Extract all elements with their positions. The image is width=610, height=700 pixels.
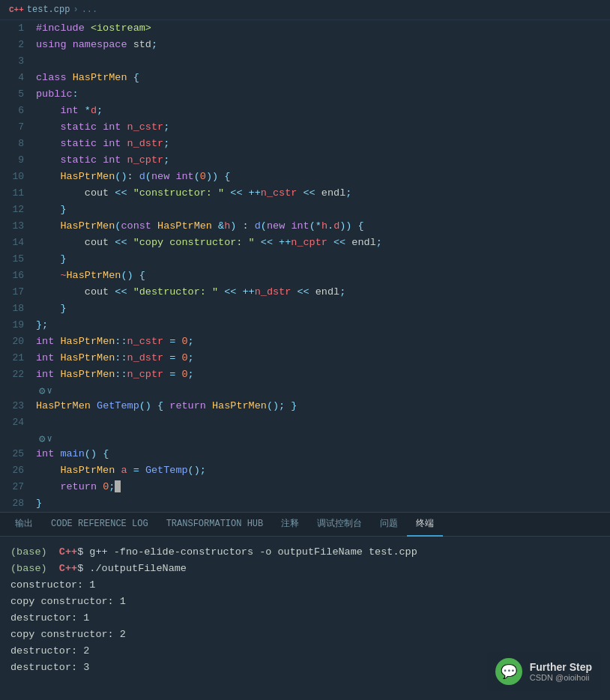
code-line-26: 26 HasPtrMen a = GetTemp(); [0, 462, 610, 479]
code-line-4: 4 class HasPtrMen { [0, 70, 610, 86]
watermark-text: Further Step CSDN @oioihoii [530, 661, 592, 682]
code-line-19: 19 }; [0, 317, 610, 334]
code-line-1: 1 #include <iostream> [0, 20, 610, 37]
tab-terminal[interactable]: 终端 [407, 513, 443, 537]
tab-code-reference-log[interactable]: CODE REFERENCE LOG [42, 513, 157, 537]
watermark: 💬 Further Step CSDN @oioihoii [486, 652, 601, 691]
terminal-line-1: (base) C++$ g++ -fno-elide-constructors … [10, 544, 600, 561]
code-line-25: 25 int main() { [0, 446, 610, 462]
terminal-line-6: copy constructor: 2 [10, 627, 600, 643]
code-line-11: 11 cout << "constructor: " << ++n_cstr <… [0, 185, 610, 202]
breadcrumb-sep: › [73, 4, 78, 15]
cpp-badge: C++ [9, 5, 24, 14]
code-line-9: 9 static int n_cptr; [0, 152, 610, 169]
tab-output[interactable]: 输出 [6, 513, 42, 537]
terminal-line-2: (base) C++$ ./outputFileName [10, 561, 600, 577]
code-line-17: 17 cout << "destructor: " << ++n_dstr <<… [0, 284, 610, 301]
fold-row-1[interactable]: ⚙ ∨ [0, 383, 610, 398]
code-line-5: 5 public: [0, 86, 610, 103]
code-line-16: 16 ~HasPtrMen() { [0, 268, 610, 284]
code-line-3: 3 [0, 53, 610, 70]
code-line-15: 15 } [0, 251, 610, 268]
code-line-27: 27 return 0; [0, 479, 610, 495]
tab-transformation-hub[interactable]: TRANSFORMATION HUB [157, 513, 273, 537]
code-line-28: 28 } [0, 495, 610, 512]
code-line-6: 6 int *d; [0, 103, 610, 119]
breadcrumb-dots: ... [82, 4, 98, 15]
code-line-20: 20 int HasPtrMen::n_cstr = 0; [0, 334, 610, 350]
code-line-7: 7 static int n_cstr; [0, 119, 610, 136]
breadcrumb-file[interactable]: test.cpp [27, 4, 70, 15]
code-line-8: 8 static int n_dstr; [0, 136, 610, 152]
code-line-18: 18 } [0, 301, 610, 317]
tab-annotation[interactable]: 注释 [272, 513, 308, 537]
fold-row-2[interactable]: ⚙ ∨ [0, 431, 610, 446]
chevron-down-icon-2[interactable]: ∨ [46, 433, 52, 444]
code-line-23: 23 HasPtrMen GetTemp() { return HasPtrMe… [0, 398, 610, 414]
tab-bar: 输出 CODE REFERENCE LOG TRANSFORMATION HUB… [0, 513, 610, 537]
terminal-line-3: constructor: 1 [10, 577, 600, 594]
watermark-subtitle: CSDN @oioihoii [530, 673, 592, 682]
code-line-22: 22 int HasPtrMen::n_cptr = 0; [0, 366, 610, 383]
chevron-down-icon-1[interactable]: ∨ [46, 385, 52, 396]
code-line-12: 12 } [0, 202, 610, 218]
tab-debug-console[interactable]: 调试控制台 [308, 513, 371, 537]
breadcrumb: C++ test.cpp › ... [0, 0, 610, 20]
code-line-13: 13 HasPtrMen(const HasPtrMen &h) : d(new… [0, 218, 610, 235]
code-line-10: 10 HasPtrMen(): d(new int(0)) { [0, 169, 610, 185]
watermark-title: Further Step [530, 661, 592, 673]
fold-icon-2[interactable]: ⚙ [39, 432, 45, 445]
terminal-line-4: copy constructor: 1 [10, 594, 600, 610]
tab-problems[interactable]: 问题 [371, 513, 407, 537]
watermark-icon: 💬 [495, 658, 522, 685]
code-line-2: 2 using namespace std; [0, 37, 610, 53]
fold-icon-1[interactable]: ⚙ [39, 384, 45, 397]
code-line-14: 14 cout << "copy constructor: " << ++n_c… [0, 235, 610, 251]
code-editor: 1 #include <iostream> 2 using namespace … [0, 20, 610, 512]
terminal-line-5: destructor: 1 [10, 610, 600, 627]
code-line-21: 21 int HasPtrMen::n_dstr = 0; [0, 350, 610, 366]
code-line-24: 24 [0, 414, 610, 431]
